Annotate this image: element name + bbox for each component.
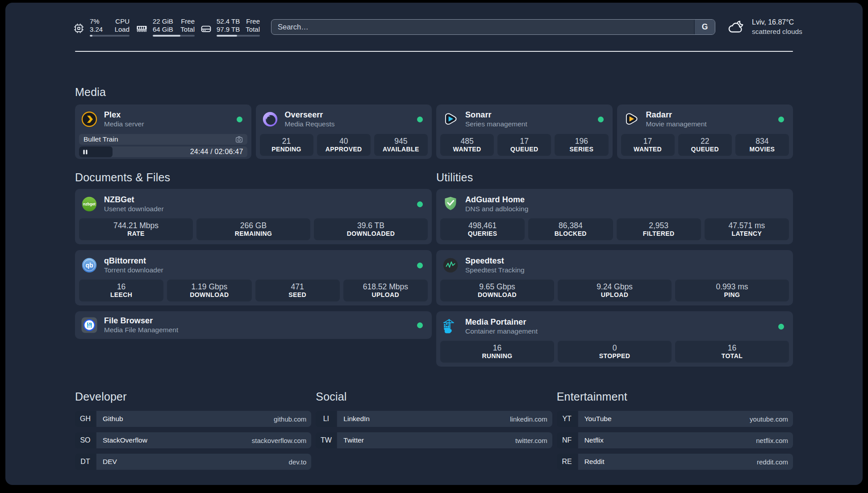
bookmark-reddit[interactable]: RE Reddit reddit.com [557, 454, 793, 470]
resource-memory: 22 GiB 64 GiB Free Total [136, 17, 195, 37]
stat-stopped: 0 STOPPED [558, 341, 672, 363]
stat-ping: 0.993 ms PING [675, 280, 789, 301]
section-bookmarks: Developer GH Github github.com SO StackO… [75, 391, 793, 475]
service-card-nzbget[interactable]: nzbget NZBGet Usenet downloader 744.21 M… [75, 189, 432, 244]
status-dot [417, 201, 423, 207]
disk-free-label: Free [246, 17, 260, 25]
bookmark-twitter[interactable]: TW Twitter twitter.com [316, 432, 552, 448]
section-title-documents: Documents & Files [75, 171, 432, 183]
service-title: Overseerr [285, 110, 335, 120]
bookmark-name: Github [103, 415, 123, 423]
bookmark-abbr: GH [75, 411, 96, 427]
stat-pending: 21 PENDING [260, 134, 313, 156]
overseerr-icon [262, 111, 278, 127]
qbittorrent-icon: qb [81, 257, 97, 273]
stat-filtered: 2,953 FILTERED [617, 218, 701, 240]
cpu-percent: 7% [90, 17, 103, 25]
bookmark-abbr: YT [557, 411, 577, 427]
filebrowser-icon [81, 317, 97, 333]
bookmark-group-social: Social LI LinkedIn linkedin.com TW Twitt… [316, 391, 552, 475]
bookmark-github[interactable]: GH Github github.com [75, 411, 311, 427]
bookmark-abbr: NF [557, 432, 577, 448]
stat-running: 16 RUNNING [440, 341, 554, 363]
memory-free-label: Free [180, 17, 195, 25]
bookmark-name: Twitter [343, 436, 364, 444]
weather-condition: scattered clouds [752, 27, 802, 37]
section-title-media: Media [75, 86, 793, 98]
cpu-load-label: Load [115, 25, 129, 33]
bookmark-name: Netflix [584, 436, 604, 444]
service-subtitle: DNS and adblocking [465, 205, 528, 213]
service-card-portainer[interactable]: Media Portainer Container management 16 … [436, 311, 793, 367]
service-title: qBittorrent [104, 256, 163, 266]
search-bar: G [271, 19, 715, 35]
memory-icon [136, 23, 147, 37]
bookmark-domain: dev.to [289, 458, 307, 466]
memory-progress-fill [153, 35, 180, 37]
now-playing-title: Bullet Train [83, 135, 118, 143]
service-subtitle: Series management [465, 120, 527, 128]
stat-queued: 17 QUEUED [497, 134, 551, 156]
service-title: Media Portainer [465, 318, 538, 327]
bookmark-domain: reddit.com [757, 458, 788, 466]
bookmark-name: StackOverflow [103, 436, 147, 444]
playback-progress-bar[interactable]: 24:44 / 02:06:47 [79, 146, 247, 157]
bookmark-abbr: TW [316, 432, 336, 448]
bookmark-abbr: LI [316, 411, 336, 427]
service-subtitle: Usenet downloader [104, 205, 164, 213]
section-title-entertainment: Entertainment [557, 391, 793, 402]
service-card-qbittorrent[interactable]: qb qBittorrent Torrent downloader 16 LEE… [75, 250, 432, 305]
bookmark-stackoverflow[interactable]: SO StackOverflow stackoverflow.com [75, 432, 311, 448]
status-dot [778, 324, 784, 330]
section-documents: Documents & Files nzbget [75, 171, 432, 339]
weather-widget[interactable]: Lviv, 16.87°C scattered clouds [728, 18, 802, 36]
stat-movies: 834 MOVIES [735, 134, 789, 156]
radarr-icon [623, 111, 639, 127]
service-subtitle: Container management [465, 327, 538, 335]
service-card-radarr[interactable]: Radarr Movie management 17 WANTED 22 QUE… [617, 104, 793, 159]
stat-downloaded: 39.6 TB DOWNLOADED [314, 218, 428, 240]
stat-available: 945 AVAILABLE [374, 134, 428, 156]
playback-elapsed [79, 146, 113, 157]
status-dot [417, 117, 423, 122]
service-card-overseerr[interactable]: Overseerr Media Requests 21 PENDING 40 A… [256, 104, 432, 159]
stat-latency: 47.571 ms LATENCY [705, 218, 789, 240]
bookmark-netflix[interactable]: NF Netflix netflix.com [557, 432, 793, 448]
bookmark-abbr: DT [75, 454, 96, 470]
stat-total: 16 TOTAL [675, 341, 789, 363]
service-title: Speedtest [465, 256, 525, 266]
resource-cpu: 7% 3.24 CPU Load [73, 17, 129, 37]
bookmark-group-developer: Developer GH Github github.com SO StackO… [75, 391, 311, 475]
stat-upload: 618.52 Mbps UPLOAD [343, 280, 428, 301]
stat-queries: 498,461 QUERIES [440, 218, 525, 240]
service-card-sonarr[interactable]: Sonarr Series management 485 WANTED 17 Q… [436, 104, 613, 159]
bookmark-youtube[interactable]: YT YouTube youtube.com [557, 411, 793, 427]
section-title-developer: Developer [75, 391, 311, 402]
disk-total-label: Total [246, 25, 260, 33]
stat-queued: 22 QUEUED [678, 134, 732, 156]
stat-rate: 744.21 Mbps RATE [79, 218, 193, 240]
cpu-icon [73, 23, 84, 37]
sonarr-icon [442, 111, 459, 127]
service-title: File Browser [104, 316, 178, 326]
stat-download: 9.65 Gbps DOWNLOAD [440, 280, 554, 301]
status-dot [778, 117, 784, 122]
service-card-plex[interactable]: Plex Media server Bullet Train [75, 104, 251, 159]
search-input[interactable] [271, 20, 694, 34]
topbar-divider [75, 51, 793, 52]
bookmark-name: Reddit [584, 458, 605, 466]
dashboard: 7% 3.24 CPU Load [5, 3, 863, 485]
cpu-load-value: 3.24 [90, 25, 103, 33]
disk-progress-fill [217, 35, 237, 37]
service-card-adguard[interactable]: AdGuard Home DNS and adblocking 498,461 … [436, 189, 793, 244]
disk-total-value: 97.9 TB [217, 25, 240, 33]
bookmark-name: LinkedIn [343, 415, 370, 423]
section-title-utilities: Utilities [436, 171, 793, 183]
resource-disk: 52.4 TB 97.9 TB Free Total [200, 17, 260, 37]
bookmark-dev[interactable]: DT DEV dev.to [75, 454, 311, 470]
service-subtitle: Media File Management [104, 326, 178, 334]
service-card-speedtest[interactable]: Speedtest Speedtest Tracking 9.65 Gbps D… [436, 250, 793, 305]
search-provider-button[interactable]: G [694, 20, 715, 34]
service-card-filebrowser[interactable]: File Browser Media File Management [75, 311, 432, 339]
bookmark-linkedin[interactable]: LI LinkedIn linkedin.com [316, 411, 552, 427]
